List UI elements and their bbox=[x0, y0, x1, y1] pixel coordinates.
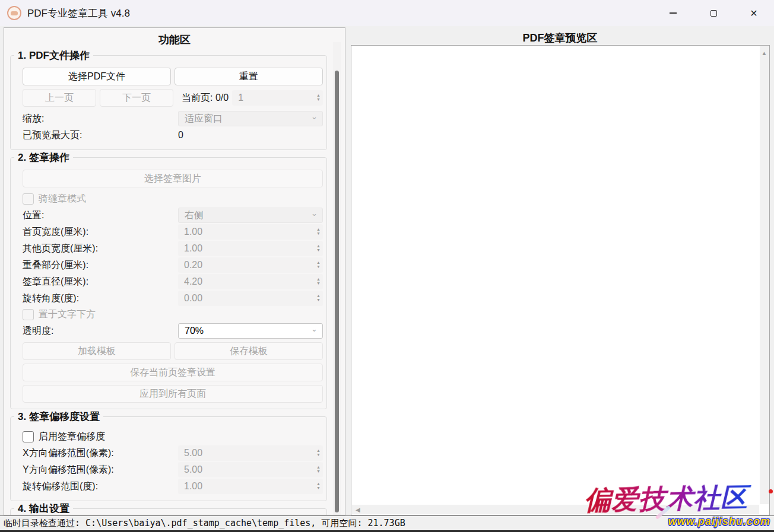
minimize-icon bbox=[670, 12, 677, 14]
max-preview-label: 已预览最大页: bbox=[23, 129, 178, 142]
preview-panel: PDF签章预览区 ▲ ◀ bbox=[346, 26, 774, 515]
section-title: 2. 签章操作 bbox=[14, 151, 73, 164]
spinner-arrows-icon[interactable]: ▲▼ bbox=[316, 278, 321, 286]
select-pdf-button[interactable]: 选择PDF文件 bbox=[23, 68, 171, 85]
pdf-preview-canvas[interactable]: ▲ ◀ bbox=[351, 45, 770, 515]
maximize-button[interactable] bbox=[693, 0, 734, 26]
section-pdf-file-operations: 1. PDF文件操作 选择PDF文件 重置 上一页 下一页 当前页: 0/0 1… bbox=[10, 55, 327, 150]
current-page-label: 当前页: 0/0 bbox=[182, 92, 229, 104]
spinner-arrows-icon[interactable]: ▲▼ bbox=[316, 94, 321, 102]
save-template-button[interactable]: 保存模板 bbox=[175, 342, 323, 360]
select-stamp-image-button[interactable]: 选择签章图片 bbox=[23, 170, 323, 187]
spinner-arrows-icon[interactable]: ▲▼ bbox=[316, 294, 321, 302]
straddle-stamp-checkbox[interactable] bbox=[23, 193, 34, 205]
stamp-diameter-spinner[interactable]: 4.20 ▲▼ bbox=[178, 274, 323, 289]
close-icon: ✕ bbox=[750, 8, 757, 19]
scroll-left-icon[interactable]: ◀ bbox=[352, 506, 360, 513]
under-text-checkbox[interactable] bbox=[23, 309, 34, 320]
main-area: 功能区 1. PDF文件操作 选择PDF文件 重置 上一页 下一页 当前页: 0… bbox=[0, 26, 774, 515]
position-label: 位置: bbox=[23, 209, 178, 222]
overlap-spinner[interactable]: 0.20 ▲▼ bbox=[178, 257, 323, 273]
app-logo-icon bbox=[7, 6, 21, 20]
section-title: 3. 签章偏移度设置 bbox=[14, 410, 103, 423]
x-offset-spinner[interactable]: 5.00 ▲▼ bbox=[178, 445, 323, 461]
section-output-settings: 4. 输出设置 bbox=[10, 508, 327, 515]
apply-to-all-pages-button[interactable]: 应用到所有页面 bbox=[23, 385, 323, 403]
preview-panel-title: PDF签章预览区 bbox=[346, 26, 774, 46]
function-panel-title: 功能区 bbox=[4, 28, 345, 48]
prev-page-button[interactable]: 上一页 bbox=[23, 89, 96, 107]
section-stamp-operations: 2. 签章操作 选择签章图片 骑缝章模式 位置: 右侧 ⌄ 首页宽度(厘米): bbox=[10, 157, 327, 409]
function-panel-scrollbar[interactable] bbox=[333, 42, 341, 515]
save-current-page-settings-button[interactable]: 保存当前页签章设置 bbox=[23, 364, 323, 381]
status-bar: 临时目录检查通过: C:\Users\baiya\.pdf_stamp_cach… bbox=[0, 515, 774, 532]
next-page-button[interactable]: 下一页 bbox=[100, 89, 173, 107]
close-button[interactable]: ✕ bbox=[734, 0, 774, 26]
zoom-dropdown[interactable]: 适应窗口 ⌄ bbox=[178, 111, 323, 126]
max-preview-value: 0 bbox=[178, 130, 183, 141]
chevron-down-icon: ⌄ bbox=[311, 211, 318, 216]
spinner-arrows-icon[interactable]: ▲▼ bbox=[316, 482, 321, 490]
scroll-up-icon[interactable]: ▲ bbox=[760, 46, 769, 56]
rotation-offset-spinner[interactable]: 1.00 ▲▼ bbox=[178, 479, 323, 494]
section-title: 4. 输出设置 bbox=[14, 502, 73, 515]
window-title: PDF专业签章工具 v4.8 bbox=[27, 7, 130, 20]
spinner-arrows-icon[interactable]: ▲▼ bbox=[316, 228, 321, 236]
position-dropdown[interactable]: 右侧 ⌄ bbox=[178, 208, 323, 223]
opacity-dropdown[interactable]: 70% ⌄ bbox=[178, 323, 323, 339]
reset-button[interactable]: 重置 bbox=[175, 68, 323, 85]
chevron-down-icon: ⌄ bbox=[311, 114, 318, 120]
enable-offset-checkbox[interactable] bbox=[23, 431, 34, 442]
function-panel: 功能区 1. PDF文件操作 选择PDF文件 重置 上一页 下一页 当前页: 0… bbox=[4, 27, 345, 515]
y-offset-spinner[interactable]: 5.00 ▲▼ bbox=[178, 462, 323, 477]
preview-vertical-scrollbar[interactable]: ▲ bbox=[760, 46, 769, 504]
window-controls: ✕ bbox=[653, 0, 774, 26]
section-title: 1. PDF文件操作 bbox=[14, 49, 93, 62]
section-stamp-offset-settings: 3. 签章偏移度设置 启用签章偏移度 X方向偏移范围(像素): 5.00 ▲▼ … bbox=[10, 416, 327, 501]
spinner-arrows-icon[interactable]: ▲▼ bbox=[316, 261, 321, 269]
spinner-arrows-icon[interactable]: ▲▼ bbox=[316, 466, 321, 474]
opacity-label: 透明度: bbox=[23, 325, 178, 337]
preview-horizontal-scrollbar[interactable]: ◀ bbox=[352, 505, 759, 514]
page-number-spinner[interactable]: 1 ▲▼ bbox=[232, 90, 323, 106]
minimize-button[interactable] bbox=[653, 0, 693, 26]
spinner-arrows-icon[interactable]: ▲▼ bbox=[316, 244, 321, 253]
title-bar: PDF专业签章工具 v4.8 ✕ bbox=[0, 0, 774, 26]
zoom-label: 缩放: bbox=[23, 113, 178, 125]
first-page-width-spinner[interactable]: 1.00 ▲▼ bbox=[178, 224, 323, 240]
maximize-icon bbox=[710, 10, 717, 17]
other-page-width-spinner[interactable]: 1.00 ▲▼ bbox=[178, 241, 323, 256]
load-template-button[interactable]: 加载模板 bbox=[23, 342, 171, 360]
rotation-angle-spinner[interactable]: 0.00 ▲▼ bbox=[178, 291, 323, 306]
scrollbar-thumb[interactable] bbox=[335, 71, 339, 512]
spinner-arrows-icon[interactable]: ▲▼ bbox=[316, 449, 321, 457]
chevron-down-icon: ⌄ bbox=[311, 326, 318, 332]
status-text: 临时目录检查通过: C:\Users\baiya\.pdf_stamp_cach… bbox=[4, 518, 405, 529]
